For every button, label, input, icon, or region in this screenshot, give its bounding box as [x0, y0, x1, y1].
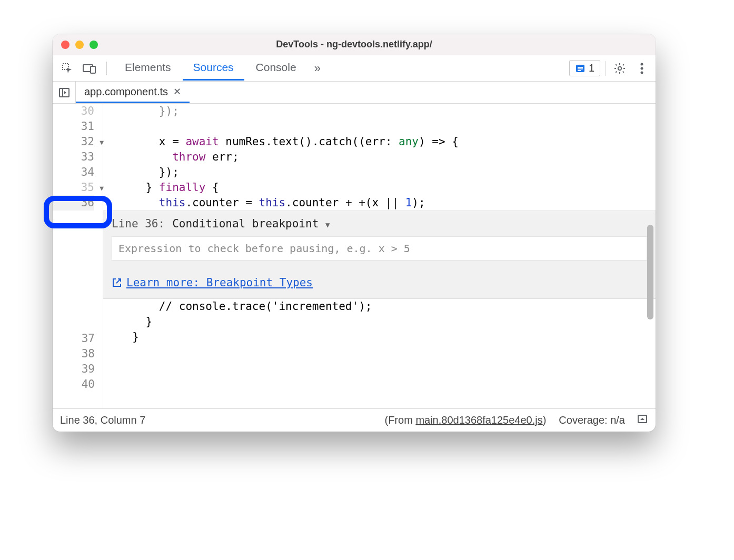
coverage-status: Coverage: n/a	[559, 414, 625, 426]
learn-more-link[interactable]: Learn more: Breakpoint Types	[126, 276, 313, 289]
traffic-lights	[61, 41, 98, 49]
window-title: DevTools - ng-devtools.netlify.app/	[53, 39, 656, 50]
svg-rect-5	[578, 68, 583, 69]
svg-point-10	[641, 71, 643, 74]
cursor-position: Line 36, Column 7	[60, 414, 145, 426]
close-tab-icon[interactable]: ✕	[173, 86, 181, 97]
code-line: }	[119, 314, 656, 329]
tab-sources[interactable]: Sources	[183, 56, 244, 81]
code-line: });	[119, 104, 656, 119]
external-link-icon	[112, 277, 122, 288]
status-bar: Line 36, Column 7 (From main.80d1368fa12…	[53, 408, 656, 432]
more-options-icon[interactable]	[633, 60, 650, 77]
breakpoint-line-label: Line 36:	[112, 217, 165, 230]
chevron-down-icon: ▼	[325, 221, 330, 229]
code-editor[interactable]: 30 31 32 33 34 35 36 }); x = await numRe…	[53, 104, 656, 408]
code-line	[119, 345, 656, 360]
code-line: } finally {	[119, 180, 656, 195]
line-number[interactable]: 34	[53, 165, 94, 180]
file-tabs: app.component.ts ✕	[53, 82, 656, 104]
titlebar: DevTools - ng-devtools.netlify.app/	[53, 34, 656, 55]
breakpoint-learn-more: Learn more: Breakpoint Types	[112, 276, 647, 289]
line-gutter-after[interactable]: 37 38 39 40	[53, 331, 103, 392]
line-number[interactable]: 30	[53, 104, 94, 119]
breakpoint-condition-input[interactable]	[112, 236, 647, 261]
file-tab-label: app.component.ts	[84, 86, 168, 98]
line-number[interactable]: 31	[53, 119, 94, 134]
toolbar-divider-right	[606, 61, 606, 76]
code-line: // console.trace('incremented');	[119, 299, 656, 314]
line-number[interactable]: 37	[53, 331, 95, 346]
source-mapped-from: (From main.80d1368fa125e4e0.js)	[384, 414, 546, 426]
line-number-highlighted[interactable]: 36	[53, 195, 94, 211]
line-number[interactable]: 39	[53, 362, 95, 377]
toolbar-right: 1	[569, 60, 650, 77]
line-number[interactable]: 35	[53, 180, 94, 195]
svg-rect-6	[578, 70, 581, 71]
code-content[interactable]: }); x = await numRes.text().catch((err: …	[103, 104, 656, 408]
code-line	[119, 119, 656, 134]
code-line: }	[119, 329, 656, 345]
tab-console[interactable]: Console	[245, 56, 307, 81]
toolbar-divider	[106, 62, 107, 75]
breakpoint-editor-panel: Line 36: Conditional breakpoint ▼ Learn …	[103, 211, 656, 299]
breakpoint-type-dropdown[interactable]: Conditional breakpoint ▼	[172, 217, 330, 230]
issues-icon	[575, 63, 586, 74]
file-tab-app-component[interactable]: app.component.ts ✕	[76, 82, 190, 103]
code-line: this.counter = this.counter + +(x || 1);	[119, 195, 656, 211]
tabs-overflow-button[interactable]: »	[308, 62, 327, 75]
panel-tabs: Elements Sources Console »	[114, 56, 566, 81]
tab-elements[interactable]: Elements	[114, 56, 182, 81]
zoom-window-button[interactable]	[90, 41, 98, 49]
breakpoint-header: Line 36: Conditional breakpoint ▼	[112, 217, 647, 230]
line-number[interactable]: 32	[53, 134, 94, 149]
navigator-toggle-icon[interactable]	[53, 82, 76, 103]
svg-rect-2	[91, 66, 95, 73]
line-number[interactable]: 33	[53, 149, 94, 165]
svg-point-8	[641, 63, 643, 65]
code-line: x = await numRes.text().catch((err: any)…	[119, 134, 656, 149]
vertical-scrollbar[interactable]	[647, 225, 653, 319]
devtools-window: DevTools - ng-devtools.netlify.app/ Elem…	[53, 34, 656, 432]
inspect-element-icon[interactable]	[58, 59, 77, 78]
code-line: throw err;	[119, 149, 656, 165]
main-toolbar: Elements Sources Console » 1	[53, 55, 656, 82]
line-number[interactable]: 40	[53, 377, 95, 392]
issues-count: 1	[589, 62, 594, 74]
toggle-drawer-icon[interactable]	[637, 413, 648, 427]
code-line: });	[119, 165, 656, 180]
close-window-button[interactable]	[61, 41, 70, 49]
minimize-window-button[interactable]	[75, 41, 84, 49]
svg-point-7	[618, 66, 621, 69]
device-toolbar-icon[interactable]	[80, 59, 99, 78]
line-number[interactable]: 38	[53, 346, 95, 362]
source-map-link[interactable]: main.80d1368fa125e4e0.js	[415, 414, 542, 426]
svg-rect-4	[578, 67, 583, 68]
svg-point-9	[641, 67, 643, 69]
settings-icon[interactable]	[611, 60, 628, 77]
issues-button[interactable]: 1	[569, 60, 600, 76]
